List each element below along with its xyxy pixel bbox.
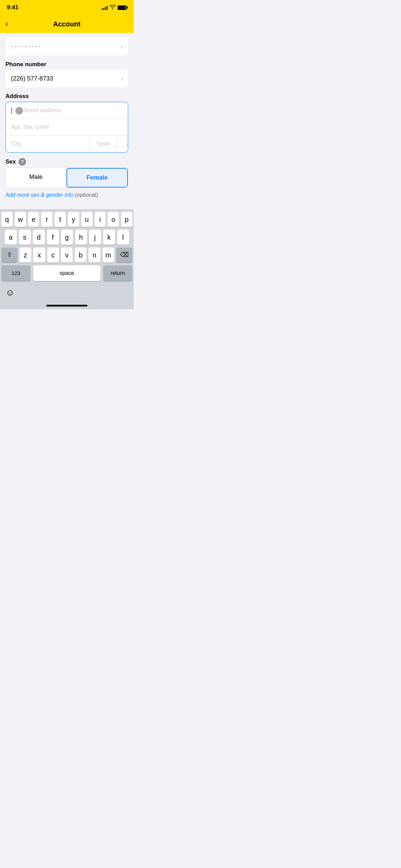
state-input[interactable]: [90, 136, 117, 152]
key-o[interactable]: o: [108, 212, 119, 227]
key-b[interactable]: b: [75, 248, 86, 263]
keyboard-row-4: 123 space return: [1, 265, 132, 281]
add-more-link[interactable]: Add more sex & gender info: [5, 192, 73, 198]
status-bar: 9:41: [0, 0, 134, 15]
return-key[interactable]: return: [103, 265, 132, 281]
key-k[interactable]: k: [103, 230, 115, 245]
keyboard: q w e r t y u i o p a s d f g h j k l ⇧ …: [0, 209, 134, 285]
home-indicator: [0, 305, 134, 309]
zip-input[interactable]: [117, 136, 128, 152]
key-y[interactable]: y: [68, 212, 79, 227]
shift-key[interactable]: ⇧: [1, 248, 17, 263]
key-u[interactable]: u: [81, 212, 93, 227]
password-row[interactable]: ········· ›: [5, 37, 128, 56]
phone-section-label: Phone number: [0, 56, 134, 70]
keyboard-row-3: ⇧ z x c v b n m ⌫: [1, 248, 132, 263]
bottom-bar: ☺: [0, 285, 134, 305]
key-h[interactable]: h: [75, 230, 87, 245]
numbers-key[interactable]: 123: [1, 265, 31, 281]
page-title: Account: [53, 20, 81, 28]
key-v[interactable]: v: [61, 248, 73, 263]
wifi-icon: [110, 5, 116, 10]
key-j[interactable]: j: [89, 230, 101, 245]
street-address-input[interactable]: [6, 102, 128, 119]
key-q[interactable]: q: [1, 212, 13, 227]
key-f[interactable]: f: [47, 230, 59, 245]
back-button[interactable]: ‹: [5, 20, 8, 28]
key-m[interactable]: m: [102, 248, 114, 263]
sex-label: Sex: [5, 158, 16, 165]
keyboard-row-1: q w e r t y u i o p: [1, 212, 132, 227]
female-option[interactable]: Female: [66, 168, 128, 188]
home-bar: [46, 305, 87, 306]
delete-key[interactable]: ⌫: [116, 248, 132, 263]
male-option[interactable]: Male: [6, 168, 66, 188]
key-w[interactable]: w: [15, 212, 26, 227]
keyboard-row-2: a s d f g h j k l: [1, 230, 132, 245]
key-c[interactable]: c: [47, 248, 59, 263]
address-row-bottom: [6, 136, 128, 152]
key-t[interactable]: t: [54, 212, 66, 227]
key-g[interactable]: g: [61, 230, 73, 245]
header: ‹ Account: [0, 15, 134, 33]
space-key[interactable]: space: [33, 265, 100, 281]
key-n[interactable]: n: [88, 248, 100, 263]
key-e[interactable]: e: [28, 212, 39, 227]
password-chevron: ›: [120, 43, 123, 50]
address-box: [5, 102, 128, 153]
optional-text: (optional): [73, 192, 98, 198]
content-area: ········· › Phone number (226) 577-8733 …: [0, 37, 134, 208]
battery-icon: [118, 5, 127, 10]
key-a[interactable]: a: [5, 230, 17, 245]
phone-chevron: ›: [120, 75, 123, 83]
signal-icon: [101, 5, 108, 10]
password-dots: ·········: [11, 42, 42, 51]
key-p[interactable]: p: [121, 212, 132, 227]
status-time: 9:41: [7, 4, 19, 11]
phone-row[interactable]: (226) 577-8733 ›: [5, 70, 128, 87]
key-l[interactable]: l: [117, 230, 129, 245]
emoji-button[interactable]: ☺: [5, 287, 15, 298]
city-input[interactable]: [6, 136, 90, 152]
key-x[interactable]: x: [33, 248, 45, 263]
apt-input[interactable]: [6, 119, 128, 136]
key-z[interactable]: z: [20, 248, 31, 263]
phone-value: (226) 577-8733: [11, 75, 53, 82]
key-d[interactable]: d: [33, 230, 45, 245]
key-s[interactable]: s: [19, 230, 31, 245]
info-icon[interactable]: ?: [19, 158, 26, 166]
add-more-row: Add more sex & gender info (optional): [0, 188, 134, 202]
status-icons: [101, 5, 127, 10]
key-r[interactable]: r: [41, 212, 52, 227]
key-i[interactable]: i: [95, 212, 106, 227]
sex-section: Sex ?: [0, 153, 134, 168]
address-section-label: Address: [0, 87, 134, 102]
sex-toggle: Male Female: [5, 168, 128, 188]
